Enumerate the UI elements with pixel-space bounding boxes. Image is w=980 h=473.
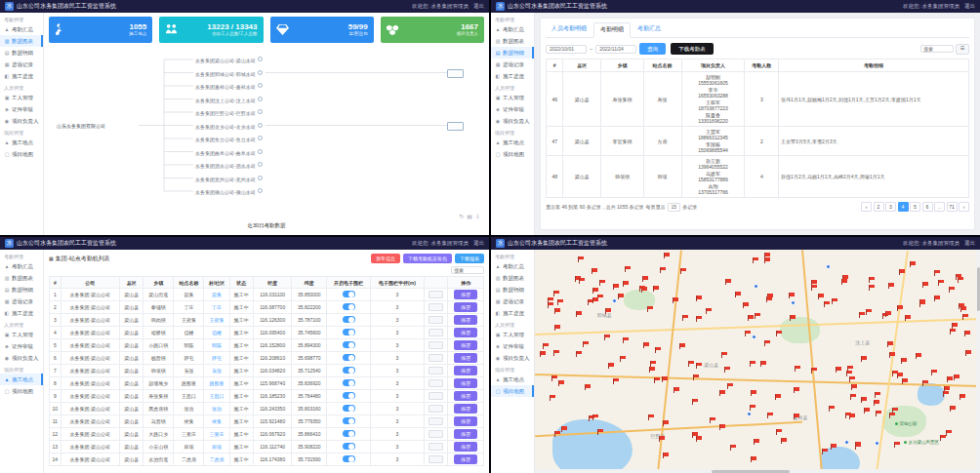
site-flag-marker[interactable] bbox=[897, 305, 898, 311]
site-flag-marker[interactable] bbox=[947, 376, 948, 382]
page-button-..[interactable]: .. bbox=[934, 202, 945, 212]
radius-input[interactable] bbox=[429, 392, 443, 400]
site-flag-marker[interactable] bbox=[613, 284, 614, 290]
save-button[interactable]: 保存 bbox=[454, 378, 477, 388]
site-flag-marker[interactable] bbox=[743, 302, 744, 308]
radius-input[interactable] bbox=[429, 341, 443, 349]
site-flag-marker[interactable] bbox=[735, 292, 736, 297]
fence-toggle[interactable] bbox=[343, 316, 355, 323]
village-link[interactable]: 薛屯 bbox=[212, 355, 222, 361]
site-flag-marker[interactable] bbox=[696, 296, 697, 301]
site-flag-marker[interactable] bbox=[724, 367, 725, 373]
village-link[interactable]: 前集 bbox=[212, 292, 222, 297]
save-button[interactable]: 保存 bbox=[454, 404, 477, 414]
site-flag-marker[interactable] bbox=[592, 297, 593, 303]
site-flag-marker[interactable] bbox=[901, 358, 902, 364]
site-flag-marker[interactable] bbox=[623, 337, 624, 343]
sidebar-item-施工进度[interactable]: ◧施工进度 bbox=[0, 307, 43, 319]
site-flag-marker[interactable] bbox=[949, 287, 950, 293]
village-link[interactable]: 信楼 bbox=[212, 330, 222, 335]
save-button[interactable]: 保存 bbox=[454, 302, 477, 312]
save-button[interactable]: 保存 bbox=[454, 391, 477, 401]
tree-root-node[interactable]: 山东水务集团有限公司 bbox=[57, 123, 105, 129]
site-flag-marker[interactable] bbox=[905, 315, 906, 321]
save-button[interactable]: 保存 bbox=[454, 454, 477, 464]
date-to-input[interactable] bbox=[595, 45, 636, 54]
sidebar-item-数据图表[interactable]: ▥数据图表 bbox=[491, 35, 534, 47]
site-flag-marker[interactable] bbox=[964, 331, 965, 336]
site-flag-marker[interactable] bbox=[662, 376, 663, 382]
site-flag-marker[interactable] bbox=[654, 377, 655, 383]
logout-link[interactable]: 退出 bbox=[964, 240, 975, 247]
site-flag-marker[interactable] bbox=[576, 311, 577, 317]
fence-toggle[interactable] bbox=[343, 303, 355, 310]
site-flag-marker[interactable] bbox=[696, 363, 697, 369]
fence-toggle[interactable] bbox=[343, 379, 355, 386]
tab-考勤明细[interactable]: 考勤明细 bbox=[593, 22, 631, 38]
site-flag-marker[interactable] bbox=[548, 302, 549, 308]
site-flag-marker[interactable] bbox=[846, 371, 847, 376]
site-flag-marker[interactable] bbox=[579, 278, 580, 284]
site-flag-marker[interactable] bbox=[599, 280, 600, 286]
site-flag-marker[interactable] bbox=[550, 395, 551, 401]
logout-link[interactable]: 退出 bbox=[473, 240, 484, 247]
site-flag-marker[interactable] bbox=[655, 347, 656, 353]
site-flag-marker[interactable] bbox=[710, 417, 711, 423]
site-flag-marker[interactable] bbox=[818, 294, 819, 299]
radius-input[interactable] bbox=[429, 379, 443, 387]
perpage-select[interactable]: 15 bbox=[668, 203, 681, 212]
sidebar-item-考勤汇总[interactable]: ▲考勤汇总 bbox=[491, 260, 534, 272]
site-flag-marker[interactable] bbox=[554, 431, 555, 437]
site-flag-marker[interactable] bbox=[956, 274, 957, 280]
site-flag-marker[interactable] bbox=[551, 375, 552, 381]
site-flag-marker[interactable] bbox=[575, 276, 576, 282]
site-flag-marker[interactable] bbox=[922, 380, 923, 386]
village-link[interactable]: 张坊 bbox=[212, 406, 222, 412]
site-flag-marker[interactable] bbox=[585, 384, 586, 390]
site-flag-marker[interactable] bbox=[829, 406, 830, 412]
village-link[interactable]: 王思口 bbox=[210, 393, 225, 399]
site-flag-marker[interactable] bbox=[811, 285, 812, 291]
page-button-‹[interactable]: ‹ bbox=[861, 202, 872, 212]
radius-input[interactable] bbox=[429, 329, 443, 336]
site-flag-marker[interactable] bbox=[576, 351, 577, 357]
site-flag-marker[interactable] bbox=[931, 370, 932, 375]
sidebar-item-工人管理[interactable]: ▣工人管理 bbox=[0, 92, 43, 103]
site-flag-marker[interactable] bbox=[824, 301, 825, 307]
sidebar-item-证件审核[interactable]: ◈证件审核 bbox=[0, 340, 43, 352]
radius-input[interactable] bbox=[429, 417, 443, 425]
site-flag-marker[interactable] bbox=[885, 311, 886, 317]
tab-人员考勤明细[interactable]: 人员考勤明细 bbox=[546, 22, 592, 37]
sidebar-item-项目地图[interactable]: ▢项目地图 bbox=[491, 148, 534, 160]
site-flag-marker[interactable] bbox=[950, 406, 951, 412]
site-flag-marker[interactable] bbox=[578, 256, 579, 262]
sidebar-item-证件审核[interactable]: ◈证件审核 bbox=[491, 340, 534, 352]
site-flag-marker[interactable] bbox=[851, 384, 852, 390]
radius-input[interactable] bbox=[429, 367, 443, 374]
fence-toggle[interactable] bbox=[343, 291, 355, 297]
site-flag-marker[interactable] bbox=[845, 413, 846, 418]
save-button[interactable]: 保存 bbox=[454, 353, 477, 363]
download-icon[interactable]: ⇩ bbox=[475, 213, 480, 219]
site-flag-marker[interactable] bbox=[553, 291, 554, 296]
tree-node[interactable]: 水务集团微山公司-微山水司 bbox=[195, 188, 263, 195]
site-flag-marker[interactable] bbox=[938, 280, 939, 286]
site-flag-marker[interactable] bbox=[861, 356, 862, 362]
tree-node[interactable]: 水务集团汶上公司-汶上水司 bbox=[195, 97, 263, 103]
radius-input[interactable] bbox=[429, 354, 443, 362]
sidebar-item-施工地点[interactable]: ▲施工地点 bbox=[0, 137, 43, 148]
site-flag-marker[interactable] bbox=[753, 257, 754, 263]
map-vertical-scrollbar[interactable] bbox=[976, 250, 980, 473]
site-flag-marker[interactable] bbox=[882, 313, 883, 319]
site-flag-marker[interactable] bbox=[760, 361, 761, 367]
site-flag-marker[interactable] bbox=[766, 296, 767, 302]
button-下载报表[interactable]: 下载报表 bbox=[455, 254, 484, 263]
fence-toggle[interactable] bbox=[343, 443, 355, 450]
sidebar-item-进场记录[interactable]: ▦进场记录 bbox=[491, 59, 534, 70]
site-flag-marker[interactable] bbox=[719, 424, 720, 430]
radius-input[interactable] bbox=[429, 455, 443, 463]
download-attendance-button[interactable]: 下载考勤表 bbox=[671, 43, 714, 55]
site-flag-marker[interactable] bbox=[588, 299, 589, 305]
site-flag-marker[interactable] bbox=[751, 390, 752, 396]
map-blue-marker[interactable] bbox=[754, 284, 758, 289]
